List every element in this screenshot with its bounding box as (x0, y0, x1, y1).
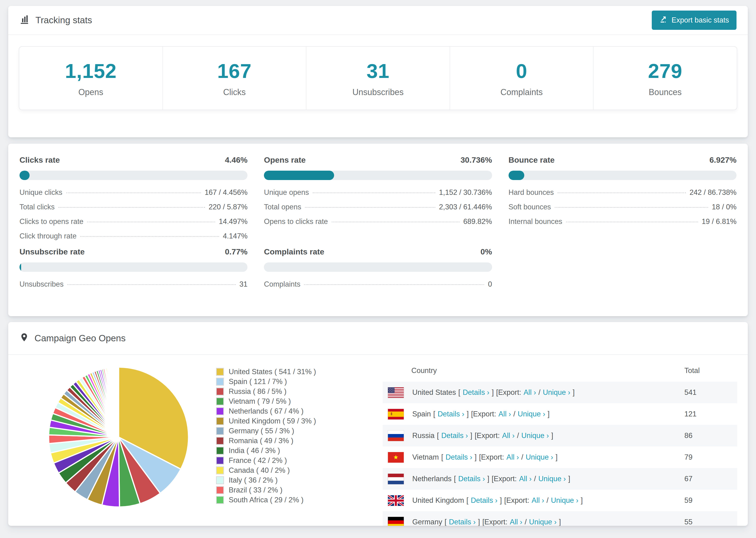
geo-table-row: United Kingdom [ Details › ] [Export: Al… (383, 490, 737, 511)
geo-body: United States ( 541 / 31% ) Spain ( 121 … (8, 355, 748, 526)
export-all-link[interactable]: All › (510, 518, 522, 526)
bracket: [ (441, 453, 443, 461)
rate-stat-value: 242 / 86.738% (689, 188, 736, 196)
legend-swatch (216, 378, 224, 386)
export-basic-stats-button[interactable]: Export basic stats (652, 11, 736, 30)
progress-bar-fill (509, 171, 524, 180)
geo-table-header: Country Total (383, 360, 737, 382)
country-cell: Russia [ Details › ] [Export: All › / Un… (383, 430, 684, 441)
geo-table-body: United States [ Details › ] [Export: All… (383, 382, 737, 526)
stat-label: Complaints (501, 87, 543, 97)
stat-value: 31 (366, 59, 390, 82)
map-pin-icon (20, 333, 29, 344)
rate-stat-label: Hard bounces (509, 188, 554, 196)
country-name: United Kingdom (412, 496, 464, 505)
slash: / (513, 410, 515, 418)
rate-stat-label: Opens to clicks rate (264, 218, 328, 226)
export-all-link[interactable]: All › (507, 453, 519, 461)
dotted-leader (566, 222, 698, 222)
tracking-stats-header: Tracking stats Export basic stats (8, 6, 748, 35)
details-link[interactable]: Details › (438, 410, 464, 418)
rate-head: Bounce rate 6.927% (509, 155, 736, 165)
total-cell: 59 (684, 496, 737, 505)
rate-title: Bounce rate (509, 155, 555, 165)
bar-chart-icon (20, 14, 30, 27)
rate-stat-row: Total opens 2,303 / 61.446% (264, 203, 492, 211)
total-column-header: Total (684, 366, 737, 375)
export-all-link[interactable]: All › (523, 388, 536, 397)
export-unique-link[interactable]: Unique › (543, 388, 570, 397)
export-unique-link[interactable]: Unique › (551, 496, 578, 505)
export-all-link[interactable]: All › (531, 496, 544, 505)
country-name: Spain (412, 410, 431, 418)
slash: / (547, 496, 549, 505)
geo-title-row: Campaign Geo Opens (20, 333, 126, 344)
details-link[interactable]: Details › (441, 431, 468, 440)
rate-stat-label: Complaints (264, 280, 300, 288)
export-label: [Export: (496, 388, 521, 397)
geo-header: Campaign Geo Opens (8, 322, 748, 355)
export-unique-link[interactable]: Unique › (521, 431, 549, 440)
total-cell: 67 (684, 475, 737, 483)
export-label: [Export: (479, 453, 504, 461)
bracket: ] (581, 496, 583, 505)
country-name: Netherlands (412, 475, 452, 483)
export-unique-link[interactable]: Unique › (526, 453, 553, 461)
rate-stat-row: Soft bounces 18 / 0% (509, 203, 736, 211)
legend-swatch (216, 407, 224, 415)
rate-stat-label: Total opens (264, 203, 301, 211)
export-all-link[interactable]: All › (519, 475, 531, 483)
slash: / (525, 518, 527, 526)
dotted-leader (332, 222, 460, 222)
legend-swatch (216, 388, 224, 396)
rate-stat-label: Unique clicks (20, 188, 63, 196)
rate-rows: Hard bounces 242 / 86.738% Soft bounces … (509, 188, 736, 226)
rate-title: Clicks rate (20, 155, 60, 165)
rate-stat-value: 689.82% (463, 218, 492, 226)
rate-stat-value: 14.497% (219, 218, 247, 226)
details-link[interactable]: Details › (446, 453, 472, 461)
dotted-leader (87, 222, 215, 222)
dotted-leader (305, 207, 435, 208)
details-link[interactable]: Details › (458, 475, 485, 483)
rate-stat-value: 31 (240, 280, 247, 288)
export-all-link[interactable]: All › (502, 431, 514, 440)
rate-stat-row: Unsubscribes 31 (20, 280, 247, 288)
country-text: Vietnam [ Details › ] [Export: All › / U… (412, 453, 558, 461)
legend-item: Germany ( 55 / 3% ) (216, 426, 380, 436)
rate-block: Opens rate 30.736% Unique opens 1,152 / … (264, 155, 492, 240)
export-all-link[interactable]: All › (499, 410, 511, 418)
rate-stat-label: Soft bounces (509, 203, 551, 211)
country-text: United States [ Details › ] [Export: All… (412, 388, 575, 397)
rates-card: Clicks rate 4.46% Unique clicks 167 / 4.… (8, 144, 748, 316)
legend-label: United States ( 541 / 31% ) (229, 367, 316, 377)
us-flag-icon (388, 387, 404, 398)
rate-stat-value: 4.147% (223, 232, 247, 240)
page-title: Tracking stats (35, 15, 92, 26)
bracket: ] (556, 453, 558, 461)
rate-value: 0% (481, 247, 492, 256)
stat-cell: 279 Bounces (594, 47, 737, 110)
legend-label: Italy ( 36 / 2% ) (229, 476, 278, 485)
bracket: ] (475, 453, 477, 461)
rate-head: Opens rate 30.736% (264, 155, 492, 165)
export-label: [Export: (482, 518, 507, 526)
details-link[interactable]: Details › (449, 518, 476, 526)
rate-value: 30.736% (460, 155, 492, 165)
export-unique-link[interactable]: Unique › (529, 518, 557, 526)
rate-value: 6.927% (710, 155, 736, 165)
bracket: ] (551, 431, 553, 440)
export-unique-link[interactable]: Unique › (538, 475, 566, 483)
pie-slice (118, 367, 119, 437)
pie-legend: United States ( 541 / 31% ) Spain ( 121 … (216, 360, 380, 505)
legend-label: Germany ( 55 / 3% ) (229, 426, 294, 436)
details-link[interactable]: Details › (463, 388, 490, 397)
rate-stat-row: Click through rate 4.147% (20, 232, 247, 240)
details-link[interactable]: Details › (471, 496, 498, 505)
rate-rows: Unsubscribes 31 (20, 280, 247, 288)
bracket: [ (437, 431, 439, 440)
export-unique-link[interactable]: Unique › (518, 410, 545, 418)
geo-table-row: Netherlands [ Details › ] [Export: All ›… (383, 468, 737, 490)
tracking-stats-title: Tracking stats (20, 14, 92, 27)
stat-value: 279 (648, 59, 682, 82)
